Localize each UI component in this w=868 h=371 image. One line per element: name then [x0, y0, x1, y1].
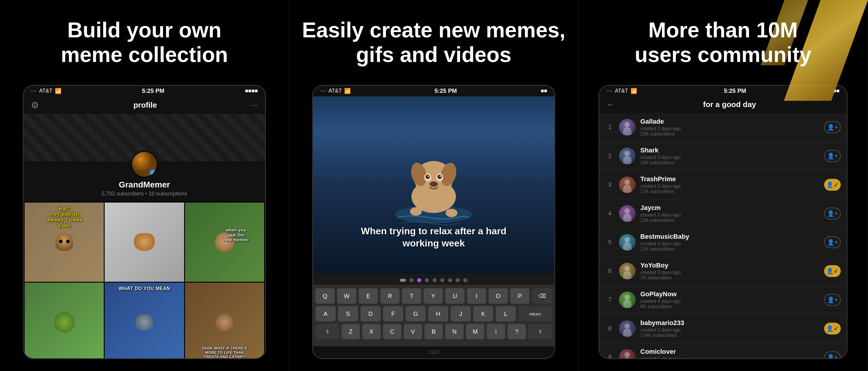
list-item[interactable]: 1 Gallade created 2 days ago23K subscrib…: [599, 113, 847, 142]
avatar-silhouette: [623, 300, 631, 308]
key-shift-l[interactable]: ⇧: [315, 324, 339, 339]
list-item[interactable]: 4 Jaycm created 2 days ago12K subscriber…: [599, 199, 847, 228]
key-F[interactable]: F: [383, 306, 403, 321]
key-N[interactable]: N: [445, 324, 464, 339]
key-E[interactable]: E: [359, 288, 378, 304]
key-I[interactable]: I: [467, 288, 486, 304]
status-right-2: ■■: [541, 88, 547, 94]
follow-btn-5[interactable]: 👤+: [824, 236, 841, 248]
list-item[interactable]: 3 TrashPrime created 3 days ago17K subsc…: [599, 171, 847, 199]
key-X[interactable]: X: [362, 324, 381, 339]
key-L[interactable]: L: [496, 306, 516, 321]
avatar-silhouette: [623, 271, 631, 279]
carousel-dot-2-active[interactable]: [417, 278, 421, 282]
user-subinfo-2: created 3 days ago18K subscribers: [640, 155, 819, 165]
avatar-silhouette: [623, 329, 631, 337]
key-G[interactable]: G: [406, 306, 426, 321]
meme-img-4: [54, 312, 75, 333]
key-C[interactable]: C: [383, 324, 401, 339]
key-J[interactable]: J: [451, 306, 471, 321]
follow-btn-9[interactable]: 👤+: [824, 351, 841, 358]
more-icon-1[interactable]: ···: [251, 100, 258, 110]
carousel-dot-0[interactable]: [400, 279, 406, 282]
carousel-dot-3[interactable]: [425, 278, 429, 282]
key-Q[interactable]: Q: [315, 288, 335, 304]
list-item[interactable]: 7 GoPlayNow created 4 days ago6K subscri…: [599, 286, 847, 314]
key-delete[interactable]: ⌫: [532, 288, 552, 304]
key-B[interactable]: B: [425, 324, 443, 339]
username-1: GrandMemer: [119, 180, 170, 189]
meme-cell-3[interactable]: when yousaw thenew memes: [185, 203, 264, 282]
kb-row-3: ⇧ Z X C V B N M ! ? ⇧: [315, 324, 552, 339]
key-return[interactable]: return: [518, 306, 552, 321]
svg-point-10: [440, 176, 441, 177]
carousel-dot-7[interactable]: [456, 278, 460, 282]
key-Y[interactable]: Y: [424, 288, 443, 304]
list-item[interactable]: 9 Comiclover created 5 days ago2.3K subs…: [599, 343, 847, 358]
keyboard-2[interactable]: Q W E R T Y U I O P ⌫ A S D F G H J K: [313, 285, 554, 346]
meme-cell-2[interactable]: [105, 203, 184, 282]
signal-dots-1: ····: [31, 88, 37, 94]
carousel-dots-2: [313, 273, 554, 285]
rank-2: 2: [606, 152, 614, 159]
follow-btn-1[interactable]: 👤+: [824, 121, 841, 133]
key-U[interactable]: U: [445, 288, 465, 304]
follow-btn-8-following[interactable]: 👤✓: [824, 323, 841, 335]
list-item[interactable]: 2 Shark created 3 days ago18K subscriber…: [599, 142, 847, 171]
user-name-5: BestmusicBaby: [640, 233, 819, 241]
carousel-dot-1[interactable]: [409, 278, 413, 282]
panel-3: More than 10M users community ···· AT&T …: [579, 0, 868, 371]
user-info-4: Jaycm created 2 days ago12K subscribers: [640, 204, 819, 223]
key-D[interactable]: D: [361, 306, 381, 321]
list-item[interactable]: 8 babymario233 created 3 days ago274K su…: [599, 314, 847, 343]
key-T[interactable]: T: [402, 288, 421, 304]
key-H[interactable]: H: [428, 306, 448, 321]
key-S[interactable]: S: [338, 306, 358, 321]
follow-btn-6-following[interactable]: 👤✓: [824, 265, 841, 277]
key-shift-r[interactable]: ⇧: [528, 324, 552, 339]
svg-point-9: [428, 176, 429, 177]
key-A[interactable]: A: [315, 306, 336, 321]
avatar-area: ✓ GrandMemer 5,702 subscribers • 10 subs…: [24, 161, 265, 202]
meme-cell-5[interactable]: WHAT DO YOU MEAN: [105, 283, 184, 359]
user-subinfo-4: created 2 days ago12K subscribers: [640, 212, 819, 223]
key-R[interactable]: R: [380, 288, 400, 304]
back-button-3[interactable]: ←: [607, 100, 615, 110]
user-info-8: babymario233 created 3 days ago274K subs…: [640, 319, 819, 338]
list-item[interactable]: 5 BestmusicBaby created 4 days ago11K su…: [599, 228, 847, 257]
key-quest[interactable]: ?: [507, 324, 526, 339]
follow-btn-3-following[interactable]: 👤✓: [824, 179, 841, 191]
follow-btn-7[interactable]: 👤+: [824, 294, 841, 306]
key-V[interactable]: V: [404, 324, 422, 339]
meme-cell-4[interactable]: [25, 283, 104, 359]
key-P[interactable]: P: [510, 288, 529, 304]
settings-icon-1[interactable]: ⚙: [31, 100, 39, 110]
carousel-dot-6[interactable]: [448, 278, 452, 282]
rank-1: 1: [606, 124, 614, 130]
carousel-dot-8[interactable]: [463, 278, 467, 282]
key-K[interactable]: K: [473, 306, 493, 321]
page-bottom-2: 2123: [313, 346, 554, 358]
avatar-silhouette: [623, 185, 631, 193]
key-Z[interactable]: Z: [342, 324, 360, 339]
key-W[interactable]: W: [337, 288, 356, 304]
avatar-silhouette: [623, 358, 631, 358]
panel-2: Easily create new memes, gifs and videos…: [289, 0, 579, 371]
panel1-title: Build your own meme collection: [61, 18, 228, 67]
carousel-dot-5[interactable]: [440, 278, 444, 282]
key-excl[interactable]: !: [487, 324, 505, 339]
list-item[interactable]: 6 YoYoBoy created 3 days ago7K subscribe…: [599, 257, 847, 286]
follow-btn-4[interactable]: 👤+: [824, 208, 841, 219]
meme-creator-view[interactable]: When trying to relax after a hard workin…: [313, 96, 554, 273]
meme-cell-1[interactable]: wat?they publishmemes 7 timesa day: [25, 203, 104, 282]
user-subinfo-6: created 3 days ago7K subscribers: [640, 270, 819, 281]
meme-cell-6[interactable]: DUDE WHAT IF THERE'SMORE TO LIFE THANTRE…: [185, 283, 264, 359]
key-O[interactable]: O: [489, 288, 508, 304]
carousel-dot-4[interactable]: [433, 278, 437, 282]
key-M[interactable]: M: [466, 324, 485, 339]
battery-1: ■■■■: [245, 88, 258, 94]
panel-1: Build your own meme collection ···· AT&T…: [0, 0, 289, 371]
follow-btn-2[interactable]: 👤+: [824, 150, 841, 162]
user-name-4: Jaycm: [640, 204, 819, 212]
user-list: 1 Gallade created 2 days ago23K subscrib…: [599, 113, 847, 358]
